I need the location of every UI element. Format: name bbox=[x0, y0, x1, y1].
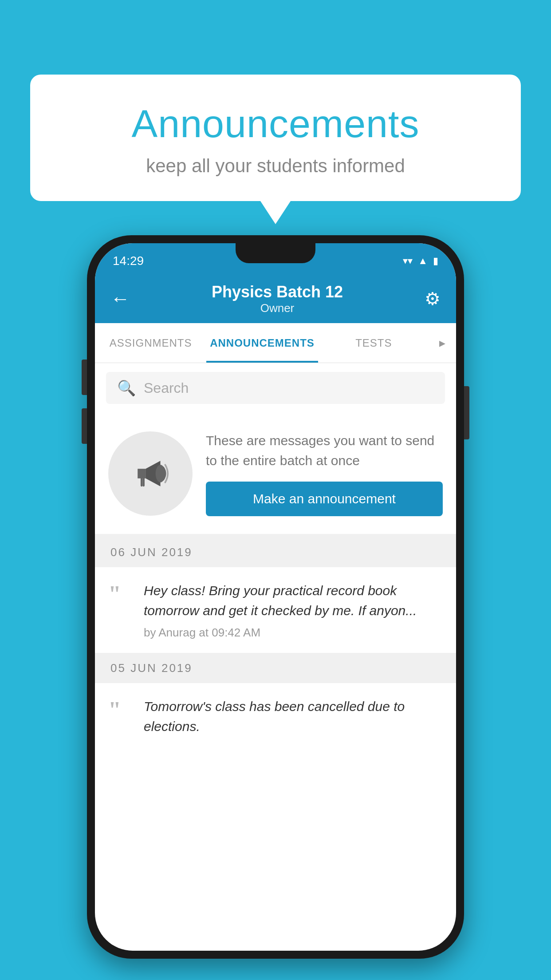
volume-down-button bbox=[82, 408, 87, 444]
make-announcement-button[interactable]: Make an announcement bbox=[206, 482, 443, 516]
announcement-meta-1: by Anurag at 09:42 AM bbox=[144, 626, 443, 640]
tab-more[interactable]: ▸ bbox=[429, 323, 456, 363]
speech-bubble: Announcements keep all your students inf… bbox=[30, 75, 521, 201]
svg-marker-0 bbox=[138, 469, 146, 478]
announcement-text-1: Hey class! Bring your practical record b… bbox=[144, 581, 443, 620]
tab-assignments[interactable]: ASSIGNMENTS bbox=[95, 323, 206, 363]
announcement-item-1[interactable]: " Hey class! Bring your practical record… bbox=[95, 567, 456, 653]
settings-icon[interactable]: ⚙ bbox=[425, 288, 441, 309]
announcement-content-2: Tomorrow's class has been cancelled due … bbox=[144, 696, 443, 736]
megaphone-circle bbox=[108, 431, 193, 516]
announcement-text-2: Tomorrow's class has been cancelled due … bbox=[144, 696, 443, 736]
promo-description: These are messages you want to send to t… bbox=[206, 431, 443, 470]
phone-mockup: 14:29 ▾▾ ▲ ▮ ← Physics Batch 12 Owner ⚙ bbox=[87, 235, 464, 959]
date-separator-2: 05 JUN 2019 bbox=[95, 653, 456, 683]
battery-icon: ▮ bbox=[433, 255, 438, 267]
search-placeholder: Search bbox=[144, 380, 189, 396]
batch-title: Physics Batch 12 bbox=[212, 283, 343, 301]
date-label-1: 06 JUN 2019 bbox=[110, 545, 193, 559]
batch-role: Owner bbox=[212, 301, 343, 315]
phone-screen: 14:29 ▾▾ ▲ ▮ ← Physics Batch 12 Owner ⚙ bbox=[95, 243, 456, 951]
tabs-bar: ASSIGNMENTS ANNOUNCEMENTS TESTS ▸ bbox=[95, 323, 456, 363]
header-title-group: Physics Batch 12 Owner bbox=[212, 283, 343, 315]
announcement-item-2[interactable]: " Tomorrow's class has been cancelled du… bbox=[95, 683, 456, 750]
announcements-title: Announcements bbox=[52, 101, 499, 146]
wifi-icon: ▾▾ bbox=[403, 255, 413, 267]
megaphone-icon bbox=[130, 454, 170, 494]
search-bar-container: 🔍 Search bbox=[95, 363, 456, 413]
promo-section: These are messages you want to send to t… bbox=[95, 413, 456, 537]
phone-outer-shell: 14:29 ▾▾ ▲ ▮ ← Physics Batch 12 Owner ⚙ bbox=[87, 235, 464, 959]
search-icon: 🔍 bbox=[117, 379, 136, 397]
status-time: 14:29 bbox=[113, 254, 144, 268]
announcement-content-1: Hey class! Bring your practical record b… bbox=[144, 581, 443, 640]
volume-up-button bbox=[82, 360, 87, 395]
announcements-subtitle: keep all your students informed bbox=[52, 155, 499, 177]
app-header: ← Physics Batch 12 Owner ⚙ bbox=[95, 274, 456, 323]
tab-tests[interactable]: TESTS bbox=[318, 323, 429, 363]
date-separator-1: 06 JUN 2019 bbox=[95, 537, 456, 567]
power-button bbox=[464, 386, 469, 439]
search-bar[interactable]: 🔍 Search bbox=[106, 372, 445, 404]
status-icons: ▾▾ ▲ ▮ bbox=[403, 255, 438, 267]
phone-notch bbox=[236, 243, 315, 263]
signal-icon: ▲ bbox=[418, 255, 428, 267]
quote-icon-1: " bbox=[108, 583, 133, 640]
quote-icon-2: " bbox=[108, 699, 133, 736]
back-button[interactable]: ← bbox=[110, 288, 130, 310]
tab-announcements[interactable]: ANNOUNCEMENTS bbox=[206, 323, 318, 363]
promo-content: These are messages you want to send to t… bbox=[206, 431, 443, 516]
date-label-2: 05 JUN 2019 bbox=[110, 661, 193, 675]
